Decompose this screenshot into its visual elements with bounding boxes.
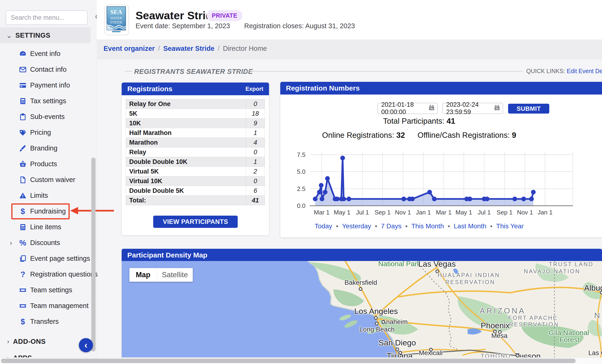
sidebar-item-label: Team management	[30, 302, 88, 310]
settings-sidebar: ⌄ SETTINGS Event infoContact infoPayment…	[0, 0, 97, 364]
svg-text:0.0: 0.0	[297, 202, 305, 209]
horizontal-scrollbar-thumb[interactable]	[1, 359, 576, 363]
map-label-gila-national: Gila National	[548, 329, 589, 337]
sidebar-item-limits[interactable]: Limits	[0, 188, 91, 203]
horizontal-scrollbar[interactable]	[0, 357, 602, 364]
date-range-links: Today•Yesterday•7 Days•This Month•Last M…	[280, 222, 558, 230]
map-label-tohono: TOHONO	[481, 353, 511, 357]
svg-text:Jan 1: Jan 1	[416, 209, 431, 216]
sidebar-item-registration-questions[interactable]: ?Registration questions	[0, 266, 91, 282]
event-name-cell: 5K	[126, 109, 246, 118]
map-panel-title: Participant Density Map	[127, 251, 207, 259]
view-participants-button[interactable]: VIEW PARTICIPANTS	[153, 216, 238, 228]
sidebar-item-team-management[interactable]: Team management	[0, 298, 91, 314]
count-cell: 1	[246, 128, 265, 138]
sidebar-item-branding[interactable]: Branding	[0, 140, 91, 156]
range-link-today[interactable]: Today	[315, 222, 332, 230]
sidebar-item-label: Discounts	[30, 239, 60, 247]
map-label-reservation: RESERVATION	[445, 279, 495, 285]
sidebar-item-transfers[interactable]: $Transfers	[0, 314, 91, 329]
date-from-input[interactable]: 2021-01-18 00:00:00	[377, 103, 438, 114]
svg-text:May 1: May 1	[334, 209, 350, 216]
range-link-yesterday[interactable]: Yesterday	[342, 222, 371, 230]
sidebar-scrollbar[interactable]	[91, 157, 96, 352]
city-marker	[359, 287, 362, 291]
sidebar-item-payment-info[interactable]: Payment info	[0, 77, 91, 93]
warning-icon	[18, 191, 27, 200]
edit-event-details-link[interactable]: Edit Event Details	[567, 68, 602, 74]
map-label-national-park: National Park	[378, 261, 420, 268]
sidebar-item-discounts[interactable]: ›%Discounts	[0, 235, 91, 251]
sidebar-item-line-items[interactable]: Line items	[0, 219, 91, 235]
sidebar-item-event-page-settings[interactable]: Event page settings	[0, 251, 91, 266]
event-name-cell: Marathon	[126, 138, 246, 147]
table-row: Marathon4	[126, 138, 265, 147]
map-canvas[interactable]: National ParkLas VegasTRUST LANDNAVAJO N…	[122, 261, 602, 357]
director-home-page: ⌄ SETTINGS Event infoContact infoPayment…	[0, 0, 602, 364]
registrations-line-chart: 0.02.55.07.5Mar 1May 1Jul 1Sep 1Nov 1Jan…	[290, 150, 581, 221]
sidebar-item-label: Sub-events	[30, 113, 65, 121]
range-link-this-year[interactable]: This Year	[496, 222, 524, 230]
city-marker	[516, 354, 519, 357]
table-row: 5K18	[126, 109, 265, 118]
range-link-7-days[interactable]: 7 Days	[381, 222, 401, 230]
registration-closes: Registration closes: August 31, 2023	[244, 22, 355, 30]
tag-icon	[18, 128, 27, 137]
map-button[interactable]: Map	[129, 268, 157, 282]
sidebar-item-sub-events[interactable]: Sub-events	[0, 109, 91, 125]
calendar-icon[interactable]	[428, 104, 435, 113]
calendar-icon[interactable]	[494, 104, 500, 113]
range-link-this-month[interactable]: This Month	[411, 222, 444, 230]
map-label-new: NEW	[594, 311, 602, 320]
breadcrumb-link[interactable]: Seawater Stride	[163, 45, 215, 52]
range-link-last-month[interactable]: Last Month	[454, 222, 486, 230]
sidebar-item-label: Transfers	[30, 318, 59, 325]
map-type-toggle: Map Satellite	[129, 268, 193, 282]
clipboard-icon	[18, 112, 27, 121]
sidebar-item-pricing[interactable]: Pricing	[0, 125, 91, 140]
event-name-cell: 10K	[126, 118, 246, 128]
svg-text:May 1: May 1	[455, 209, 472, 216]
table-row: Relay for One0	[126, 99, 265, 109]
count-cell: 1	[246, 157, 265, 167]
chevron-right-icon[interactable]: ›	[10, 239, 12, 247]
date-to-input[interactable]: 2023-02-24 23:59:59	[442, 103, 503, 114]
sidebar-item-contact-info[interactable]: Contact info	[0, 62, 91, 77]
event-dates: Event date: September 1, 2023Registratio…	[136, 22, 369, 30]
page-title: Seawater Stride	[136, 9, 219, 22]
map-label-las-vegas: Las Vegas	[419, 261, 456, 269]
quick-links-label: QUICK LINKS:	[526, 68, 565, 74]
map-label-fort-apache: FORT APACHE	[508, 315, 558, 321]
svg-text:Jul 1: Jul 1	[356, 209, 369, 216]
sidebar-item-event-info[interactable]: Event info	[0, 46, 91, 62]
satellite-button[interactable]: Satellite	[157, 268, 193, 282]
map-label-san-diego: San Diego	[379, 338, 416, 347]
breadcrumb-current: Director Home	[223, 45, 267, 52]
sidebar-item-custom-waiver[interactable]: Custom waiver	[0, 172, 91, 188]
calculator-icon	[18, 223, 27, 232]
sidebar-item-label: Branding	[30, 144, 57, 152]
registration-numbers-header: Registration Numbers	[280, 82, 602, 94]
sidebar-item-team-settings[interactable]: Team settings	[0, 282, 91, 298]
search-input[interactable]	[10, 14, 95, 22]
breadcrumb-link[interactable]: Event organizer	[104, 45, 155, 52]
city-marker	[398, 351, 402, 354]
count-cell: 2	[246, 167, 265, 176]
sidebar-item-label: Limits	[30, 192, 48, 199]
sidebar-section-settings[interactable]: ⌄ SETTINGS	[0, 27, 91, 43]
sidebar-item-tax-settings[interactable]: Tax settings	[0, 93, 91, 109]
sidebar-collapse-button[interactable]: ‹	[79, 338, 93, 352]
menu-search[interactable]	[6, 10, 87, 25]
export-button[interactable]: Export	[246, 86, 263, 92]
map-label-albuque: Albuque	[584, 283, 602, 292]
city-marker	[498, 330, 502, 334]
submit-button[interactable]: SUBMIT	[508, 104, 549, 114]
count-cell: 0	[246, 176, 265, 186]
sidebar-item-label: Tax settings	[30, 97, 66, 105]
sidebar-item-products[interactable]: Products	[0, 156, 91, 172]
sidebar-item-label: Contact info	[30, 66, 67, 73]
envelope-icon	[18, 65, 27, 74]
sidebar-section-add-ons[interactable]: ›ADD-ONS	[0, 334, 91, 348]
registrations-card-header: Registrations Export	[122, 83, 269, 95]
map-label-hualapai-indian: HUALAPAI INDIAN	[438, 272, 500, 278]
